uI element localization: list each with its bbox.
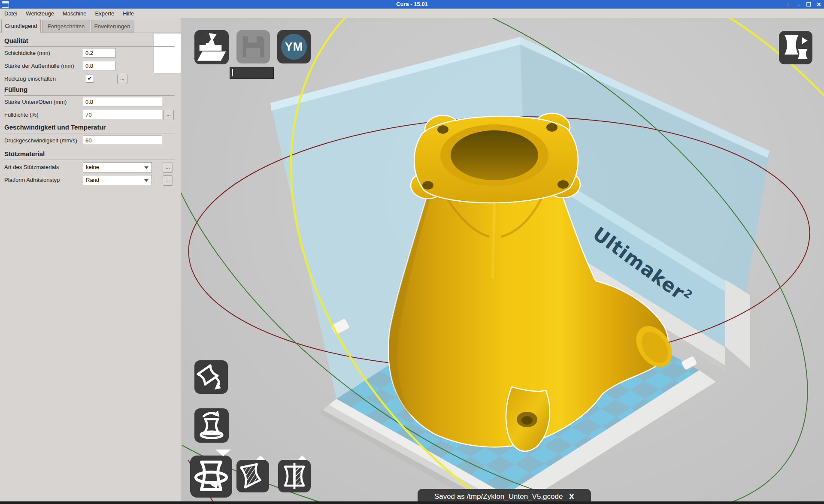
- chevron-down-icon: [144, 166, 148, 169]
- rotate-tool-icon: [190, 456, 232, 498]
- selected-tool-marker: [215, 450, 231, 456]
- menu-experte[interactable]: Experte: [91, 10, 119, 17]
- lay-flat-icon: [194, 360, 228, 394]
- section-support: Stützmaterial: [4, 150, 175, 160]
- retraction-label: Rückzug einschalten: [4, 74, 56, 84]
- fill-density-label: Fülldichte (%): [4, 110, 38, 120]
- build-scene[interactable]: Ultimaker 2: [181, 18, 824, 504]
- close-icon[interactable]: ✕: [815, 1, 822, 8]
- shell-thickness-input[interactable]: [83, 61, 116, 70]
- save-toolpath-button: [236, 30, 270, 63]
- youmagine-icon: YM: [281, 34, 307, 60]
- section-speed-temp: Geschwindigkeit und Temperatur: [4, 124, 175, 133]
- adhesion-select[interactable]: Rand: [83, 175, 152, 185]
- tab-grundlegend[interactable]: Grundlegend: [1, 19, 41, 33]
- tab-fortgeschritten[interactable]: Fortgeschritten: [42, 20, 90, 33]
- bottom-top-input[interactable]: [83, 97, 162, 106]
- youmagine-share-button[interactable]: YM: [277, 30, 311, 63]
- scale-tool-marker: [256, 456, 265, 460]
- adhesion-more-button[interactable]: ...: [163, 175, 173, 186]
- support-type-select[interactable]: keine: [83, 162, 152, 172]
- shade-icon[interactable]: ↑: [785, 1, 791, 8]
- section-quality: Qualität: [4, 37, 175, 47]
- menu-maschine[interactable]: Maschine: [58, 10, 91, 17]
- adhesion-label: Platform Adhäsionstyp: [4, 175, 60, 185]
- saved-toast-text: Saved as /tmp/Zyklon_Unten_V5.gcode: [434, 492, 563, 501]
- bottom-top-label: Stärke Unten/Oben (mm): [4, 97, 67, 107]
- section-fill: Füllung: [4, 86, 175, 96]
- restore-icon[interactable]: ❐: [805, 1, 812, 8]
- support-type-more-button[interactable]: ...: [163, 163, 173, 173]
- chevron-down-icon: [144, 179, 148, 182]
- mirror-tool-button[interactable]: [278, 460, 311, 492]
- retraction-more-button[interactable]: ...: [117, 74, 127, 84]
- load-model-button[interactable]: [194, 30, 229, 64]
- window-title: Cura - 15.01: [0, 1, 824, 7]
- tab-erweiterungen[interactable]: Erweiterungen: [91, 20, 133, 33]
- fill-density-more-button[interactable]: ...: [164, 110, 174, 120]
- layer-height-input[interactable]: [83, 48, 116, 57]
- menu-datei[interactable]: Datei: [0, 10, 21, 17]
- slice-progress-value: [232, 69, 233, 76]
- lay-flat-button[interactable]: [194, 360, 228, 394]
- slice-progress-bar: [230, 67, 274, 79]
- adhesion-value: Rand: [86, 177, 99, 183]
- support-type-label: Art des Stützmaterials: [4, 162, 59, 172]
- menu-werkzeuge[interactable]: Werkzeuge: [21, 10, 58, 17]
- mirror-tool-icon: [278, 460, 311, 492]
- scale-tool-button[interactable]: [236, 460, 269, 492]
- save-floppy-icon: [236, 30, 270, 63]
- tab-strip: Grundlegend Fortgeschritten Erweiterunge…: [0, 18, 181, 33]
- retraction-checkbox[interactable]: ✔: [86, 75, 94, 83]
- rotate-tool-button[interactable]: [190, 456, 232, 498]
- fill-density-input[interactable]: [83, 110, 162, 119]
- bottom-edge-strip: [0, 501, 824, 504]
- reset-rotation-icon: [194, 408, 229, 443]
- layer-height-label: Schichtdicke (mm): [4, 48, 50, 58]
- cura-window: Cura - 15.01 ↑ – ❐ ✕ Datei Werkzeuge Mas…: [0, 0, 824, 504]
- scale-tool-icon: [236, 460, 269, 492]
- support-type-value: keine: [86, 164, 99, 170]
- mirror-tool-marker: [297, 456, 307, 460]
- minimize-icon[interactable]: –: [795, 1, 802, 8]
- toast-close-button[interactable]: X: [569, 492, 574, 501]
- viewport-3d[interactable]: Ultimaker 2: [181, 18, 824, 504]
- view-mode-icon: [779, 31, 812, 64]
- view-mode-button[interactable]: [779, 31, 812, 64]
- reset-rotation-button[interactable]: [194, 408, 229, 443]
- settings-panel: Grundlegend Fortgeschritten Erweiterunge…: [0, 18, 181, 504]
- print-speed-input[interactable]: [83, 136, 162, 145]
- titlebar: Cura - 15.01 ↑ – ❐ ✕: [0, 0, 824, 9]
- shell-thickness-label: Stärke der Außenhülle (mm): [4, 61, 74, 71]
- print-speed-label: Druckgeschwindigkeit (mm/s): [4, 136, 77, 146]
- load-model-icon: [194, 30, 229, 64]
- menubar: Datei Werkzeuge Maschine Experte Hilfe: [0, 9, 824, 18]
- menu-hilfe[interactable]: Hilfe: [118, 10, 138, 17]
